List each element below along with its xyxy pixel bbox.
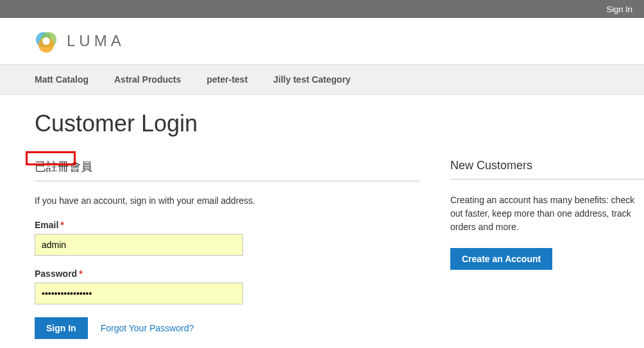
page-title: Customer Login [35, 110, 644, 137]
login-note: If you have an account, sign in with you… [35, 195, 419, 206]
login-heading-row: 已註冊會員 [35, 159, 419, 181]
signin-button[interactable]: Sign In [35, 317, 88, 339]
required-mark: * [79, 269, 82, 279]
top-bar: Sign In [0, 0, 644, 18]
new-customers-note: Creating an account has many benefits: c… [450, 194, 644, 234]
login-heading: 已註冊會員 [35, 159, 92, 181]
page-main: Customer Login 已註冊會員 If you have an acco… [0, 95, 644, 339]
new-customers-heading: New Customers [450, 159, 644, 179]
logo[interactable]: LUMA [35, 29, 644, 53]
forgot-password-link[interactable]: Forgot Your Password? [101, 323, 194, 333]
password-label: Password* [35, 269, 419, 279]
create-account-button[interactable]: Create an Account [450, 248, 552, 270]
svg-point-3 [42, 37, 50, 45]
login-actions: Sign In Forgot Your Password? [35, 317, 419, 339]
brand-name: LUMA [67, 32, 125, 50]
nav-item-matt-catalog[interactable]: Matt Catalog [35, 74, 89, 85]
login-block: 已註冊會員 If you have an account, sign in wi… [35, 159, 419, 339]
header: LUMA [0, 18, 644, 64]
required-mark: * [60, 220, 64, 230]
signin-link[interactable]: Sign In [607, 4, 632, 14]
email-field-wrapper: Email* [35, 220, 419, 256]
password-input[interactable] [35, 283, 243, 304]
email-label: Email* [35, 220, 419, 230]
main-nav: Matt Catalog Astral Products peter-test … [0, 64, 644, 95]
nav-item-peter-test[interactable]: peter-test [207, 74, 248, 85]
password-field-wrapper: Password* [35, 269, 419, 304]
nav-item-astral-products[interactable]: Astral Products [114, 74, 181, 85]
nav-item-jilly-test[interactable]: Jilly test Category [273, 74, 351, 85]
new-customers-block: New Customers Creating an account has ma… [450, 159, 644, 339]
logo-icon [35, 29, 58, 53]
email-input[interactable] [35, 234, 243, 256]
